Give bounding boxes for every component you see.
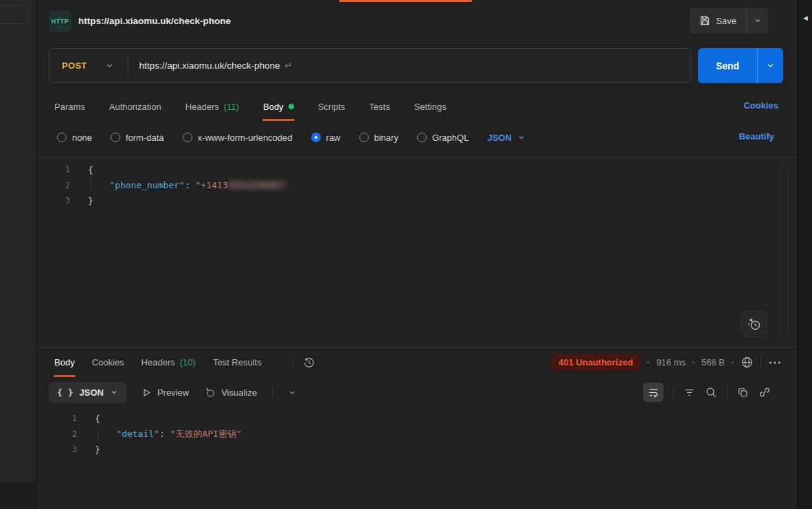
network-globe-icon[interactable]	[741, 356, 754, 369]
response-tab-headers[interactable]: Headers(10)	[141, 348, 196, 377]
filter-icon[interactable]	[684, 387, 695, 398]
divider	[673, 386, 674, 398]
response-tab-cookies[interactable]: Cookies	[91, 348, 125, 377]
beautify-link[interactable]: Beautify	[739, 131, 774, 142]
url-input[interactable]: https://api.xiaomu.uk/check-phone ↵	[128, 60, 293, 71]
redacted-value: 5551234567"	[228, 180, 287, 190]
request-tab-tests[interactable]: Tests	[368, 92, 390, 121]
code-token-punct: }	[88, 196, 93, 206]
radio-icon	[183, 133, 192, 142]
body-type-radio-raw[interactable]: raw	[311, 133, 341, 143]
code-token-punct: :	[185, 180, 196, 190]
body-type-options: noneform-datax-www-form-urlencodedrawbin…	[57, 125, 526, 150]
tab-label: Tests	[369, 102, 390, 112]
body-type-radio-x-www-form-urlencoded[interactable]: x-www-form-urlencoded	[183, 133, 293, 143]
response-size[interactable]: 568 B	[701, 357, 725, 367]
tab-label: Authorization	[109, 102, 161, 112]
line-number: 3	[37, 444, 77, 454]
save-options-caret[interactable]	[747, 8, 769, 34]
cookies-link[interactable]: Cookies	[743, 100, 778, 111]
api-client-window: → HTTP ← https://api.xiaomu.uk/check-pho…	[0, 0, 812, 509]
radio-label: none	[72, 133, 92, 143]
code-line: 1{	[37, 162, 797, 178]
url-input-container: POST https://api.xiaomu.uk/check-phone ↵	[49, 48, 691, 83]
response-meta: 401 Unauthorized 916 ms 568 B	[551, 348, 782, 377]
search-icon[interactable]	[705, 386, 717, 398]
method-selector[interactable]: POST	[49, 60, 128, 71]
request-tab-params[interactable]: Params	[54, 92, 86, 121]
divider	[272, 386, 273, 398]
code-line-content: }	[88, 196, 93, 206]
code-token-ws	[88, 180, 109, 190]
tab-label: Headers	[185, 102, 219, 112]
editor-scrollbar-track[interactable]	[779, 163, 789, 341]
request-tab-scripts[interactable]: Scripts	[317, 92, 346, 121]
link-icon[interactable]	[758, 386, 771, 398]
save-button-label: Save	[716, 16, 736, 26]
copy-icon[interactable]	[737, 387, 749, 398]
request-tab-authorization[interactable]: Authorization	[109, 92, 162, 121]
code-token-str: "无效的API密钥"	[170, 428, 242, 440]
response-tab-body[interactable]: Body	[54, 348, 76, 377]
divider	[293, 357, 293, 369]
braces-icon: { }	[57, 387, 73, 398]
right-edge-rail: ◄	[797, 0, 812, 509]
response-history-icon[interactable]	[303, 357, 315, 369]
response-history-area	[293, 348, 315, 377]
send-options-caret[interactable]	[758, 48, 783, 83]
raw-language-selector[interactable]: JSON	[487, 133, 525, 143]
response-body-editor[interactable]: 1{2 "detail": "无效的API密钥"3}	[37, 409, 797, 509]
response-toolbar-right	[643, 379, 771, 405]
code-token-punct: {	[88, 165, 93, 175]
method-label: POST	[62, 60, 87, 71]
divider	[760, 357, 761, 369]
save-button[interactable]: Save	[690, 8, 746, 34]
code-token-punct: :	[159, 429, 170, 439]
body-type-radio-none[interactable]: none	[57, 133, 92, 143]
body-type-radio-binary[interactable]: binary	[359, 133, 398, 143]
sidebar-collapsed-item[interactable]	[0, 5, 29, 24]
tab-label: Body	[54, 357, 75, 367]
active-workspace-tab-indicator	[339, 0, 472, 2]
tab-label: Body	[263, 102, 284, 112]
chevron-down-icon	[517, 133, 526, 142]
response-toolbar: { } JSON Preview Visualize	[37, 379, 797, 405]
postbot-ai-button[interactable]	[741, 310, 767, 337]
tab-label: Cookies	[92, 357, 124, 367]
wrap-text-button[interactable]	[643, 383, 664, 402]
raw-language-label: JSON	[487, 133, 511, 143]
http-request-icon: → HTTP ←	[49, 10, 71, 32]
line-number: 3	[37, 196, 70, 205]
request-body-editor[interactable]: 1{2 "phone_number": "+14135551234567"3}	[37, 157, 797, 347]
response-tab-test-results[interactable]: Test Results	[212, 348, 262, 377]
save-icon	[699, 15, 710, 26]
body-type-radio-form-data[interactable]: form-data	[111, 133, 164, 143]
tab-label: Scripts	[318, 102, 346, 112]
status-badge[interactable]: 401 Unauthorized	[551, 354, 640, 371]
body-type-radio-graphql[interactable]: GraphQL	[417, 133, 469, 143]
more-options-icon[interactable]	[768, 357, 782, 369]
save-button-group: Save	[690, 8, 769, 34]
divider	[727, 386, 728, 398]
response-time[interactable]: 916 ms	[656, 357, 686, 367]
response-header: BodyCookiesHeaders(10)Test Results 401 U…	[37, 347, 797, 376]
request-tab-body[interactable]: Body	[262, 92, 295, 121]
code-line: 1{	[37, 411, 797, 427]
radio-icon	[417, 133, 427, 142]
visualize-button[interactable]: Visualize	[204, 387, 257, 398]
response-tabs: BodyCookiesHeaders(10)Test Results	[54, 348, 262, 377]
radio-icon	[111, 133, 120, 142]
code-token-str: "+1413	[196, 180, 228, 190]
preview-button[interactable]: Preview	[142, 387, 189, 398]
request-tabs: ParamsAuthorizationHeaders(11)BodyScript…	[54, 92, 447, 121]
play-icon	[142, 387, 152, 398]
response-format-selector[interactable]: { } JSON	[49, 382, 126, 403]
code-token-key: "phone_number"	[109, 180, 185, 190]
tab-label: Test Results	[213, 357, 262, 367]
request-tab-headers[interactable]: Headers(11)	[185, 92, 240, 121]
more-views-caret[interactable]	[288, 388, 297, 397]
send-button-group: Send	[698, 48, 783, 83]
request-tab-settings[interactable]: Settings	[414, 92, 447, 121]
send-button[interactable]: Send	[698, 48, 758, 83]
request-url-row: POST https://api.xiaomu.uk/check-phone ↵…	[37, 48, 797, 84]
